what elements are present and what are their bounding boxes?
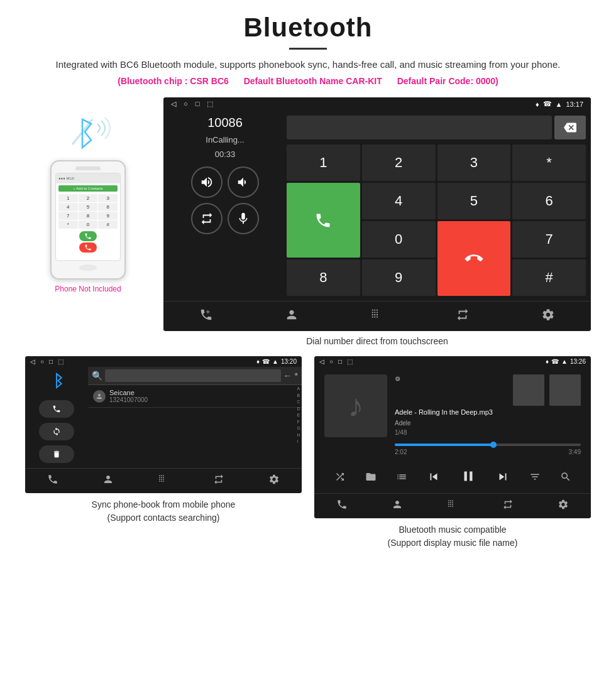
pb-delete-button[interactable] (39, 445, 74, 463)
music-nav-settings[interactable] (558, 499, 569, 513)
end-call-button[interactable] (437, 221, 511, 296)
pb-asterisk: * (295, 371, 298, 381)
nav-settings-button[interactable] (541, 308, 555, 325)
nav-contact-button[interactable] (285, 308, 299, 325)
key-8[interactable]: 8 (287, 259, 360, 296)
car-bottom-nav (163, 301, 591, 331)
delete-button[interactable] (554, 116, 586, 139)
pb-search-input[interactable] (105, 369, 281, 382)
music-shuffle-button[interactable] (334, 471, 346, 485)
nav-home-icon: ○ (184, 100, 188, 108)
current-time: 2:02 (395, 449, 407, 455)
album-art: ♪ (324, 374, 387, 437)
music-screen: ◁ ○ □ ⬚ ♦ ☎ ▲ 13:26 ♪ (314, 356, 591, 518)
pb-contact-number: 13241007000 (109, 396, 148, 403)
page-title: Bluetooth (25, 13, 591, 43)
music-bottom-nav (314, 493, 591, 518)
location-icon: ♦ (536, 101, 539, 108)
total-time: 3:49 (569, 449, 581, 455)
pb-call-button[interactable] (39, 400, 74, 418)
main-content: ●●● MU0 + Add to Contacts 1 2 3 4 5 6 7 … (25, 97, 591, 346)
key-1[interactable]: 1 (287, 144, 360, 181)
pb-contact-avatar (93, 390, 106, 403)
car-status-right: ♦ ☎ ▲ 13:17 (536, 100, 583, 108)
music-nav-contact[interactable] (392, 499, 403, 513)
phone-top-bar (75, 166, 101, 170)
volume-down-button[interactable] (228, 166, 259, 198)
key-hash[interactable]: # (512, 259, 586, 296)
car-screen-section: ◁ ○ □ ⬚ ♦ ☎ ▲ 13:17 (163, 97, 591, 346)
phone-call-button[interactable] (79, 231, 97, 241)
pb-call-icon: ☎ (262, 358, 270, 365)
music-song-title: Adele - Rolling In the Deep.mp3 (395, 408, 581, 416)
music-list-button[interactable] (396, 471, 407, 485)
music-artist: Adele (395, 420, 581, 427)
number-input-row (287, 116, 586, 139)
nav-transfer-button[interactable] (456, 308, 470, 325)
phone-end-button[interactable] (79, 242, 97, 253)
nav-call-button[interactable] (199, 308, 213, 325)
key-star[interactable]: * (512, 144, 586, 181)
phone-dialpad: 1 2 3 4 5 6 7 8 9 * 0 # (56, 194, 120, 229)
phonebook-screen: ◁ ○ □ ⬚ ♦ ☎ ▲ 13:20 (25, 356, 302, 493)
music-nav-call[interactable] (336, 499, 348, 513)
music-small-art-1: ♪ (513, 374, 544, 406)
description-text: Integrated with BC6 Bluetooth module, su… (25, 57, 591, 72)
phone-add-contact: + Add to Contacts (58, 185, 118, 192)
music-folder-button[interactable] (365, 471, 377, 485)
spec-code: Default Pair Code: 0000) (397, 76, 498, 86)
music-shuffle-row (395, 374, 404, 385)
pb-nav-settings[interactable] (268, 474, 280, 488)
music-play-button[interactable] (460, 468, 476, 488)
title-underline (289, 48, 327, 50)
pb-nav-dialpad[interactable] (158, 474, 169, 488)
music-nav-dialpad[interactable] (447, 499, 458, 513)
key-6[interactable]: 6 (512, 183, 586, 219)
music-home-icon: ○ (329, 358, 333, 365)
pb-nav-contact[interactable] (102, 474, 114, 488)
car-status-left: ◁ ○ □ ⬚ (171, 100, 213, 108)
pb-nav-transfer[interactable] (213, 474, 224, 488)
music-nav-transfer[interactable] (502, 499, 514, 513)
transfer-button[interactable] (191, 203, 223, 234)
music-search-button[interactable] (560, 471, 571, 485)
key-2[interactable]: 2 (362, 144, 436, 181)
car-screen: ◁ ○ □ ⬚ ♦ ☎ ▲ 13:17 (163, 97, 591, 331)
pb-caption-line1: Sync phone-book from mobile phone (92, 499, 236, 509)
pb-nav-call[interactable] (47, 474, 58, 488)
pb-contact-row[interactable]: Seicane 13241007000 (88, 385, 302, 408)
key-7[interactable]: 7 (512, 221, 586, 258)
phone-key-9: 9 (98, 212, 118, 220)
pb-search-icon: 🔍 (92, 371, 102, 381)
progress-dot[interactable] (490, 442, 497, 448)
music-nav-icons: ◁ ○ □ ⬚ (319, 358, 353, 365)
pb-contact-name: Seicane (109, 389, 148, 396)
music-call-icon: ☎ (551, 358, 559, 365)
music-wifi-icon: ▲ (561, 358, 568, 365)
music-prev-button[interactable] (427, 470, 441, 487)
call-button[interactable] (287, 183, 360, 258)
number-input-field (287, 116, 552, 139)
dial-area: 10086 InCalling... 00:33 (163, 111, 591, 301)
mute-button[interactable] (228, 203, 259, 234)
volume-up-button[interactable] (191, 166, 223, 198)
phone-key-1: 1 (58, 194, 78, 202)
pb-bluetooth-icon (50, 372, 63, 393)
phone-key-7: 7 (58, 212, 78, 220)
pb-sync-button[interactable] (39, 423, 74, 440)
key-5[interactable]: 5 (437, 183, 511, 219)
svg-line-2 (57, 374, 62, 378)
key-0[interactable]: 0 (362, 221, 436, 258)
nav-dialpad-button[interactable] (370, 308, 384, 325)
key-4[interactable]: 4 (362, 183, 436, 219)
key-9[interactable]: 9 (362, 259, 436, 296)
phone-key-3: 3 (98, 194, 118, 202)
nav-recent-icon: □ (195, 100, 200, 108)
key-3[interactable]: 3 (437, 144, 511, 181)
phone-not-included-label: Phone Not Included (55, 285, 121, 293)
music-eq-button[interactable] (529, 471, 541, 485)
music-next-button[interactable] (496, 470, 510, 487)
car-status-bar: ◁ ○ □ ⬚ ♦ ☎ ▲ 13:17 (163, 97, 591, 111)
music-location-icon: ♦ (546, 358, 549, 365)
pb-menu-icon: ⬚ (58, 358, 63, 365)
